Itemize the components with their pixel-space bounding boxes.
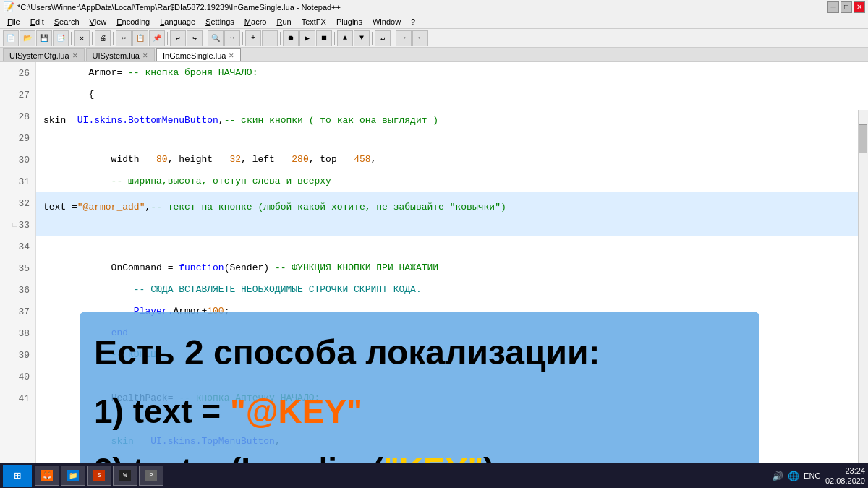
line-number-34: 34	[0, 236, 35, 257]
tab-ingamesingle[interactable]: InGameSingle.lua ✕	[156, 48, 241, 61]
taskbar-app-app3[interactable]: W	[113, 466, 137, 486]
toolbar-copy[interactable]: 📋	[132, 30, 148, 46]
toolbar-sep-6	[242, 32, 243, 45]
toolbar-down[interactable]: ▼	[354, 30, 370, 46]
overlay-text-2: 1) text = "@KEY"	[94, 392, 745, 431]
line-number-38: 38	[0, 322, 35, 344]
tray-network-icon[interactable]: 🌐	[788, 471, 799, 481]
toolbar-zoom-out[interactable]: -	[262, 30, 278, 46]
taskbar-app-app2[interactable]: S	[87, 466, 111, 486]
toolbar-sep-1	[71, 32, 72, 45]
taskbar-clock[interactable]: 23:24 02.08.2020	[825, 466, 865, 487]
tab-uisystemcfg[interactable]: UISystemCfg.lua ✕	[3, 48, 85, 61]
menu-settings[interactable]: Settings	[201, 17, 239, 27]
line-number-32: 32	[0, 192, 35, 214]
maximize-button[interactable]: □	[841, 1, 852, 13]
line-number-26: 26	[0, 62, 35, 84]
tray-volume-icon[interactable]: 🔊	[772, 471, 783, 481]
toolbar-find[interactable]: 🔍	[208, 30, 224, 46]
toolbar-new[interactable]: 📄	[3, 30, 19, 46]
menu-help[interactable]: ?	[407, 17, 420, 27]
start-button[interactable]: ⊞	[3, 465, 32, 487]
tray-lang: ENG	[804, 471, 821, 480]
toolbar-macro-rec[interactable]: ⏺	[283, 30, 299, 46]
code-line-34: -- СЮДА ВСТАВЛЯЕТЕ НЕОБХОДИМЫЕ СТРОЧКИ С…	[36, 279, 868, 301]
scrollbar[interactable]	[858, 110, 868, 474]
toolbar-replace[interactable]: ↔	[224, 30, 240, 46]
code-line-27: {	[36, 84, 868, 106]
toolbar-zoom-in[interactable]: +	[245, 30, 261, 46]
tab-close-icon[interactable]: ✕	[229, 52, 234, 59]
menu-file[interactable]: File	[3, 17, 25, 27]
line-number-30: 30	[0, 149, 35, 171]
toolbar-wrap[interactable]: ↵	[375, 30, 391, 46]
toolbar-paste[interactable]: 📌	[149, 30, 165, 46]
menu-encoding[interactable]: Encoding	[112, 17, 154, 27]
code-line-29: width = 80, height = 32, left = 280, top…	[36, 149, 868, 171]
code-line-32	[36, 236, 868, 257]
toolbar-open[interactable]: 📂	[20, 30, 35, 46]
line-number-41: 41	[0, 388, 35, 409]
toolbar-sep-8	[334, 32, 335, 45]
toolbar-save-all[interactable]: 📑	[53, 30, 69, 46]
menubar: File Edit Search View Encoding Language …	[0, 14, 868, 29]
clock-time: 23:24	[825, 466, 865, 476]
toolbar-sep-9	[372, 32, 373, 45]
tab-label: UISystem.lua	[93, 51, 140, 60]
menu-edit[interactable]: Edit	[26, 17, 48, 27]
toolbar-close[interactable]: ✕	[74, 30, 90, 46]
code-line-31: text = "@armor_add", -- текст на кнопке …	[36, 192, 868, 236]
scrollbar-thumb[interactable]	[859, 124, 867, 153]
toolbar-redo[interactable]: ↪	[187, 30, 203, 46]
toolbar-outdent[interactable]: ←	[412, 30, 428, 46]
taskbar-app-explorer[interactable]: 📁	[61, 466, 85, 486]
minimize-button[interactable]: ─	[827, 1, 839, 13]
code-line-30: -- ширина,высота, отступ слева и всерху	[36, 171, 868, 192]
notepad-icon: P	[145, 470, 157, 481]
tab-close-icon[interactable]: ✕	[72, 52, 78, 59]
menu-window[interactable]: Window	[368, 17, 405, 27]
app2-icon: S	[93, 470, 105, 481]
menu-language[interactable]: Language	[156, 17, 200, 27]
toolbar-undo[interactable]: ↩	[170, 30, 186, 46]
code-area[interactable]: Armor= -- кнопка броня НАЧАЛО: { skin = …	[36, 62, 868, 474]
menu-run[interactable]: Run	[272, 17, 295, 27]
titlebar: 📝 *C:\Users\Winner\AppData\Local\Temp\Ra…	[0, 0, 868, 14]
code-line-26: Armor= -- кнопка броня НАЧАЛО:	[36, 62, 868, 84]
toolbar-indent[interactable]: →	[396, 30, 412, 46]
toolbar-save[interactable]: 💾	[36, 30, 52, 46]
tabbar: UISystemCfg.lua ✕ UISystem.lua ✕ InGameS…	[0, 48, 868, 62]
taskbar-app-notepad[interactable]: P	[139, 466, 163, 486]
line-number-37: 37	[0, 301, 35, 322]
toolbar-sep-4	[167, 32, 168, 45]
line-number-36: 36	[0, 279, 35, 301]
line-number-40: 40	[0, 366, 35, 388]
menu-search[interactable]: Search	[50, 17, 84, 27]
menu-macro[interactable]: Macro	[240, 17, 271, 27]
line-number-35: 35	[0, 257, 35, 279]
line-number-29: 29	[0, 127, 35, 149]
taskbar-tray: 🔊 🌐 ENG 23:24 02.08.2020	[772, 466, 865, 487]
titlebar-controls: ─ □ ✕	[827, 1, 865, 13]
toolbar-sep-3	[113, 32, 114, 45]
toolbar-macro-stop[interactable]: ⏹	[316, 30, 332, 46]
tab-close-icon[interactable]: ✕	[142, 52, 148, 59]
firefox-icon: 🦊	[41, 470, 53, 481]
menu-view[interactable]: View	[85, 17, 111, 27]
taskbar-app-firefox[interactable]: 🦊	[35, 466, 59, 486]
code-line-33: OnCommand = function(Sender) -- ФУНКЦИЯ …	[36, 257, 868, 279]
line-number-33: 33	[0, 214, 35, 236]
close-button[interactable]: ✕	[854, 1, 865, 13]
tab-uisystem[interactable]: UISystem.lua ✕	[86, 48, 155, 61]
toolbar-up[interactable]: ▲	[337, 30, 353, 46]
line-numbers: 26 27 28 29 30 31 32 33 34 35 36 37 38 3…	[0, 62, 36, 474]
toolbar-macro-play[interactable]: ▶	[299, 30, 315, 46]
menu-plugins[interactable]: Plugins	[332, 17, 367, 27]
taskbar: ⊞ 🦊 📁 S W P 🔊 🌐 ENG 23:24 02.08.2020	[0, 463, 868, 488]
menu-textfx[interactable]: TextFX	[297, 17, 331, 27]
toolbar-cut[interactable]: ✂	[116, 30, 132, 46]
toolbar-sep-5	[205, 32, 205, 45]
line-number-28: 28	[0, 106, 35, 127]
annotation-overlay: Есть 2 способа локализации: 1) text = "@…	[80, 312, 760, 474]
toolbar-print[interactable]: 🖨	[95, 30, 111, 46]
